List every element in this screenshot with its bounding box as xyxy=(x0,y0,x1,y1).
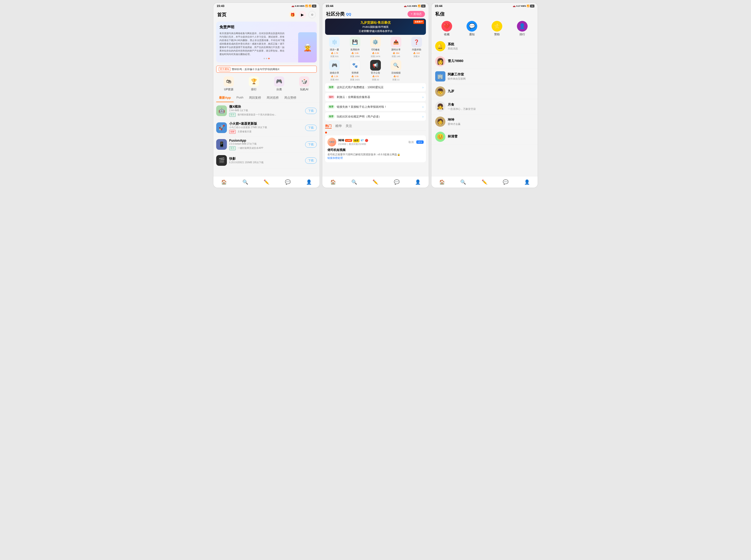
nav-user-2[interactable]: 👤 xyxy=(412,178,423,186)
cat-item-8[interactable]: 🔍 活动线报 🔥 62 回复:11 xyxy=(387,60,405,81)
pinned-item-2[interactable]: 推荐 链接失效？直接帖子右上角举报就对啦！ › xyxy=(325,103,426,111)
download-btn-1[interactable]: 下载 xyxy=(305,125,317,131)
qa-item-2[interactable]: ⭐ 赞助 xyxy=(492,21,502,37)
tab-push[interactable]: Push xyxy=(234,94,246,102)
grid-icon-1: 🏆 xyxy=(249,76,259,86)
nav-search-2[interactable]: 🔍 xyxy=(349,178,360,186)
msg-content-system: 系统 系统消息 xyxy=(448,42,534,51)
cat-item-1[interactable]: 💾 实用软件 🔥 3.6k 回复:1556 xyxy=(346,37,364,58)
nav-user-1[interactable]: 👤 xyxy=(303,178,315,186)
cat-item-4[interactable]: ❓ 问题求助 🔥 102 回复:8 xyxy=(407,37,426,58)
app-item-0[interactable]: 🤖 微X模块 2.44 4MB 1次下载 官方 微X模块最新版是一个强大的微信x… xyxy=(216,102,317,119)
app-meta-0: 2.44 4MB 1次下载 xyxy=(229,109,303,112)
tab-newest[interactable]: 最新App xyxy=(216,94,234,102)
cat-icon-5: 🎮 xyxy=(329,60,340,71)
grid-icon-2: 🎮 xyxy=(274,76,284,86)
qa-item-3[interactable]: 👤 排行 xyxy=(517,21,528,37)
grid-item-0[interactable]: 🛍 UP资源 xyxy=(224,76,234,92)
qa-label-1: 通知 xyxy=(469,33,475,37)
tab-weekly-reply[interactable]: 周回复榜 xyxy=(246,94,264,102)
nav-chat-2[interactable]: 💬 xyxy=(391,178,402,186)
banner2: 九岁货源站-售后最优 PUBG国际服/和平精英 王者荣耀/穿越火线等各类平台 在… xyxy=(325,19,426,35)
post-button[interactable]: + 发动态 xyxy=(408,11,425,17)
msg-item-jiusui[interactable]: 👦 九岁 xyxy=(432,84,538,99)
cat-item-6[interactable]: 🐾 营养师 🔥 3.5k 回复:1421 xyxy=(346,60,364,81)
nav-home-3[interactable]: 🏠 xyxy=(436,178,448,186)
app-item-1[interactable]: 🚀 小火箭+速器更新版 小马工程小火箭更新 27MB 16次下载 破解 主要修复… xyxy=(216,119,317,136)
cat-name-2: GG修改 xyxy=(371,48,380,51)
download-btn-2[interactable]: 下载 xyxy=(305,141,317,148)
cat-item-2[interactable]: ⚙️ GG修改 🔥 6.8k 回复:2476 xyxy=(366,37,385,58)
nav-home-2[interactable]: 🏠 xyxy=(328,178,339,186)
nav-edit-2[interactable]: ✏️ xyxy=(370,178,381,186)
pinned-arrow-3: › xyxy=(422,115,423,118)
msg-name-system: 系统 xyxy=(448,42,534,46)
msg-item-linqingxue[interactable]: 😊 林清雪 xyxy=(432,129,538,144)
download-btn-0[interactable]: 下载 xyxy=(305,108,317,114)
cat-item-5[interactable]: 🎮 游戏分享 🔥 1.2k 回复:464 xyxy=(325,60,344,81)
notice-tag: 官方通知 xyxy=(219,67,230,71)
qa-item-0[interactable]: ❤️ 收藏 xyxy=(441,21,452,37)
cat-item-0[interactable]: ❄️ 清凉一夏 🔥 1.7k 回复:531 xyxy=(325,37,344,58)
hot-tab-2[interactable]: 关注 xyxy=(345,124,352,128)
notice-bar[interactable]: 官方通知 警钟长鸣：反诈骗十大金句守护你的网络X xyxy=(216,66,317,73)
cat-name-8: 活动线报 xyxy=(391,71,400,75)
nav-edit-1[interactable]: ✏️ xyxy=(261,178,272,186)
cat-name-5: 游戏分享 xyxy=(330,71,339,75)
post-link[interactable]: 链接加密处理 xyxy=(328,157,343,159)
search-icon[interactable]: ○ xyxy=(309,11,316,18)
app-item-3[interactable]: 🎬 快影 6.20.0.620021 150MB 195次下载 下载 xyxy=(216,153,317,168)
app-name-2: FusionApp xyxy=(229,139,303,142)
download-btn-3[interactable]: 下载 xyxy=(305,157,317,164)
message-list: 🔔 系统 系统消息 👩 雪儿?8980 🏢 阿豪工作室 软件来自互 xyxy=(432,39,538,176)
cat-name-6: 营养师 xyxy=(352,71,359,75)
nav-search-1[interactable]: 🔍 xyxy=(240,178,251,186)
cat-item-7[interactable]: 📢 官方公告 🔥 678 回复:32 xyxy=(366,60,385,81)
battery-2: 34 xyxy=(421,5,426,7)
msg-preview-yueshi: 一念清净心，万象皆空寂 xyxy=(448,107,534,111)
msg-name-linqingxue: 林清雪 xyxy=(448,135,534,139)
app-item-2[interactable]: 📱 FusionApp 2.0.0-beta4 8MB 27次下载 官方 一键封… xyxy=(216,136,317,153)
msg-item-yueshi[interactable]: 👧 月食 一念清净心，万象皆空寂 xyxy=(432,99,538,114)
pinned-tag-1: 福利 xyxy=(328,95,335,99)
nav-chat-1[interactable]: 💬 xyxy=(282,178,294,186)
status-icons-1: 🚗 0.30 KB/S 📶 📶 34 xyxy=(292,5,317,7)
msg-item-kunkun[interactable]: 🧑 坤坤 爱坤才会赢 xyxy=(432,114,538,129)
tab-weekly-view[interactable]: 周浏览榜 xyxy=(264,94,281,102)
qa-icon-2: ⭐ xyxy=(492,21,502,32)
cat-icon-4: ❓ xyxy=(411,37,422,47)
disclaimer-text: 有关资源均来自网络收集与网友提供，任何涉及商业及盈利目的均与我们无关，本平台提供… xyxy=(219,32,285,56)
grid-item-3[interactable]: 🎲 玩机AI xyxy=(299,76,309,92)
cat-count-1: 🔥 3.6k xyxy=(351,52,359,54)
grid-item-1[interactable]: 🏆 排行 xyxy=(249,76,259,92)
banner2-text: 九岁货源站-售后最优 PUBG国际服/和平精英 王者荣耀/穿越火线等各类平台 xyxy=(359,20,392,33)
app-icon-1: 🚀 xyxy=(216,122,227,133)
msg-item-ahao[interactable]: 🏢 阿豪工作室 软件来自互联网 xyxy=(432,69,538,84)
hot-section: 热门 精华 关注 👓 坤坤 LIVE 会员 💎 🔴 xyxy=(322,122,429,162)
pinned-item-0[interactable]: 推荐 达到正式用户免费赠送：10000爱玩豆 › xyxy=(325,83,426,92)
quick-actions: ❤️ 收藏 💬 通知 ⭐ 赞助 👤 排行 xyxy=(432,19,538,39)
msg-content-jiusui: 九岁 xyxy=(448,89,534,94)
tab-weekly-like[interactable]: 周点赞榜 xyxy=(281,94,299,102)
pinned-list: 推荐 达到正式用户免费赠送：10000爱玩豆 › 福利 刺激云：全网最低价服务器… xyxy=(322,83,429,122)
pinned-item-1[interactable]: 福利 刺激云：全网最低价服务器 › xyxy=(325,93,426,101)
msg-item-system[interactable]: 🔔 系统 系统消息 xyxy=(432,39,538,54)
cancel-button[interactable]: 取消 xyxy=(409,140,414,144)
cat-item-3[interactable]: 📤 源码分享 🔥 384 回复:145 xyxy=(387,37,405,58)
nav-edit-3[interactable]: ✏️ xyxy=(479,178,490,186)
live-badge: LIVE xyxy=(345,139,352,142)
grid-item-2[interactable]: 🎮 分类 xyxy=(274,76,284,92)
pinned-item-3[interactable]: 推荐 玩机社区全站规定声明（用户必读） › xyxy=(325,112,426,121)
app-info-3: 快影 6.20.0.620021 150MB 195次下载 xyxy=(229,157,303,164)
msg-item-xue[interactable]: 👩 雪儿?8980 xyxy=(432,54,538,69)
nav-home-1[interactable]: 🏠 xyxy=(218,178,230,186)
qa-item-1[interactable]: 💬 通知 xyxy=(467,21,477,37)
hot-tab-1[interactable]: 精华 xyxy=(335,124,342,128)
nav-chat-3[interactable]: 💬 xyxy=(500,178,511,186)
play-icon[interactable]: ▶ xyxy=(299,11,306,18)
app-name-3: 快影 xyxy=(229,157,303,161)
nav-search-3[interactable]: 🔍 xyxy=(457,178,469,186)
nav-user-3[interactable]: 👤 xyxy=(521,178,533,186)
hot-tab-0[interactable]: 热门 xyxy=(325,124,332,128)
gift-icon[interactable]: 🎁 xyxy=(289,11,296,18)
